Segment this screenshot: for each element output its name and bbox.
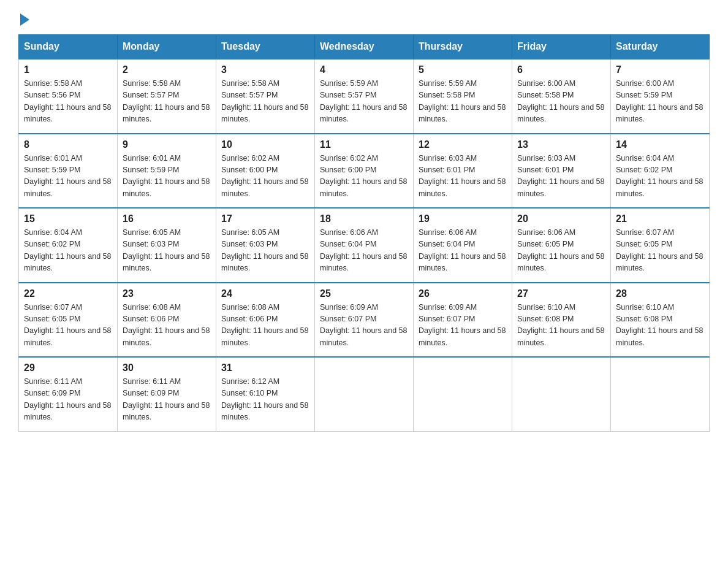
day-info: Sunrise: 5:58 AMSunset: 5:57 PMDaylight:… <box>123 78 211 126</box>
day-info: Sunrise: 6:12 AMSunset: 6:10 PMDaylight:… <box>221 376 309 424</box>
day-info: Sunrise: 6:03 AMSunset: 6:01 PMDaylight:… <box>517 153 605 201</box>
day-info: Sunrise: 6:08 AMSunset: 6:06 PMDaylight:… <box>221 302 309 350</box>
header-saturday: Saturday <box>611 35 710 59</box>
calendar-cell: 1Sunrise: 5:58 AMSunset: 5:56 PMDaylight… <box>19 59 118 134</box>
header-friday: Friday <box>512 35 611 59</box>
day-number: 11 <box>320 139 408 150</box>
day-number: 19 <box>419 213 507 224</box>
calendar-cell <box>414 357 512 431</box>
day-info: Sunrise: 6:02 AMSunset: 6:00 PMDaylight:… <box>221 153 309 201</box>
day-number: 27 <box>517 288 605 299</box>
day-number: 7 <box>616 64 704 75</box>
calendar-cell: 14Sunrise: 6:04 AMSunset: 6:02 PMDayligh… <box>611 134 710 209</box>
calendar-cell: 24Sunrise: 6:08 AMSunset: 6:06 PMDayligh… <box>216 283 315 358</box>
day-info: Sunrise: 6:01 AMSunset: 5:59 PMDaylight:… <box>123 153 211 201</box>
day-number: 8 <box>24 139 112 150</box>
day-info: Sunrise: 6:11 AMSunset: 6:09 PMDaylight:… <box>123 376 211 424</box>
day-info: Sunrise: 6:06 AMSunset: 6:05 PMDaylight:… <box>517 227 605 275</box>
calendar-cell: 19Sunrise: 6:06 AMSunset: 6:04 PMDayligh… <box>414 208 512 283</box>
calendar-cell: 21Sunrise: 6:07 AMSunset: 6:05 PMDayligh… <box>611 208 710 283</box>
calendar-cell <box>315 357 414 431</box>
day-info: Sunrise: 6:07 AMSunset: 6:05 PMDaylight:… <box>616 227 704 275</box>
calendar-cell: 20Sunrise: 6:06 AMSunset: 6:05 PMDayligh… <box>512 208 611 283</box>
page-header <box>18 12 710 23</box>
week-row-4: 22Sunrise: 6:07 AMSunset: 6:05 PMDayligh… <box>19 283 710 358</box>
calendar-header-row: SundayMondayTuesdayWednesdayThursdayFrid… <box>19 35 710 59</box>
day-info: Sunrise: 6:11 AMSunset: 6:09 PMDaylight:… <box>24 376 112 424</box>
calendar-cell: 26Sunrise: 6:09 AMSunset: 6:07 PMDayligh… <box>414 283 512 358</box>
day-number: 30 <box>123 362 211 373</box>
day-number: 23 <box>123 288 211 299</box>
day-info: Sunrise: 5:58 AMSunset: 5:57 PMDaylight:… <box>221 78 309 126</box>
calendar-cell: 8Sunrise: 6:01 AMSunset: 5:59 PMDaylight… <box>19 134 118 209</box>
day-info: Sunrise: 6:09 AMSunset: 6:07 PMDaylight:… <box>419 302 507 350</box>
day-info: Sunrise: 6:07 AMSunset: 6:05 PMDaylight:… <box>24 302 112 350</box>
day-number: 6 <box>517 64 605 75</box>
calendar-cell: 22Sunrise: 6:07 AMSunset: 6:05 PMDayligh… <box>19 283 118 358</box>
calendar-cell: 12Sunrise: 6:03 AMSunset: 6:01 PMDayligh… <box>414 134 512 209</box>
day-info: Sunrise: 5:59 AMSunset: 5:57 PMDaylight:… <box>320 78 408 126</box>
day-info: Sunrise: 6:02 AMSunset: 6:00 PMDaylight:… <box>320 153 408 201</box>
day-number: 13 <box>517 139 605 150</box>
calendar-cell: 17Sunrise: 6:05 AMSunset: 6:03 PMDayligh… <box>216 208 315 283</box>
day-number: 3 <box>221 64 309 75</box>
day-number: 18 <box>320 213 408 224</box>
day-number: 21 <box>616 213 704 224</box>
calendar-cell: 23Sunrise: 6:08 AMSunset: 6:06 PMDayligh… <box>118 283 216 358</box>
calendar-cell: 2Sunrise: 5:58 AMSunset: 5:57 PMDaylight… <box>118 59 216 134</box>
calendar-cell: 28Sunrise: 6:10 AMSunset: 6:08 PMDayligh… <box>611 283 710 358</box>
day-number: 17 <box>221 213 309 224</box>
header-tuesday: Tuesday <box>216 35 315 59</box>
calendar-cell: 3Sunrise: 5:58 AMSunset: 5:57 PMDaylight… <box>216 59 315 134</box>
day-info: Sunrise: 6:05 AMSunset: 6:03 PMDaylight:… <box>221 227 309 275</box>
day-number: 24 <box>221 288 309 299</box>
calendar-cell: 29Sunrise: 6:11 AMSunset: 6:09 PMDayligh… <box>19 357 118 431</box>
calendar-cell <box>512 357 611 431</box>
calendar-cell: 7Sunrise: 6:00 AMSunset: 5:59 PMDaylight… <box>611 59 710 134</box>
day-info: Sunrise: 6:06 AMSunset: 6:04 PMDaylight:… <box>320 227 408 275</box>
calendar-cell: 18Sunrise: 6:06 AMSunset: 6:04 PMDayligh… <box>315 208 414 283</box>
day-number: 15 <box>24 213 112 224</box>
day-number: 22 <box>24 288 112 299</box>
day-info: Sunrise: 5:58 AMSunset: 5:56 PMDaylight:… <box>24 78 112 126</box>
logo <box>18 12 29 23</box>
calendar-cell: 16Sunrise: 6:05 AMSunset: 6:03 PMDayligh… <box>118 208 216 283</box>
day-info: Sunrise: 6:04 AMSunset: 6:02 PMDaylight:… <box>24 227 112 275</box>
day-number: 26 <box>419 288 507 299</box>
logo-arrow-icon <box>20 13 29 26</box>
header-thursday: Thursday <box>414 35 512 59</box>
header-sunday: Sunday <box>19 35 118 59</box>
calendar-cell: 30Sunrise: 6:11 AMSunset: 6:09 PMDayligh… <box>118 357 216 431</box>
calendar-cell: 13Sunrise: 6:03 AMSunset: 6:01 PMDayligh… <box>512 134 611 209</box>
calendar-cell: 31Sunrise: 6:12 AMSunset: 6:10 PMDayligh… <box>216 357 315 431</box>
day-number: 25 <box>320 288 408 299</box>
day-number: 20 <box>517 213 605 224</box>
calendar-table: SundayMondayTuesdayWednesdayThursdayFrid… <box>18 34 710 432</box>
day-info: Sunrise: 6:10 AMSunset: 6:08 PMDaylight:… <box>517 302 605 350</box>
day-number: 9 <box>123 139 211 150</box>
calendar-cell: 4Sunrise: 5:59 AMSunset: 5:57 PMDaylight… <box>315 59 414 134</box>
day-number: 4 <box>320 64 408 75</box>
day-number: 1 <box>24 64 112 75</box>
day-info: Sunrise: 6:04 AMSunset: 6:02 PMDaylight:… <box>616 153 704 201</box>
calendar-cell: 10Sunrise: 6:02 AMSunset: 6:00 PMDayligh… <box>216 134 315 209</box>
day-number: 12 <box>419 139 507 150</box>
week-row-2: 8Sunrise: 6:01 AMSunset: 5:59 PMDaylight… <box>19 134 710 209</box>
day-info: Sunrise: 6:08 AMSunset: 6:06 PMDaylight:… <box>123 302 211 350</box>
day-info: Sunrise: 6:00 AMSunset: 5:58 PMDaylight:… <box>517 78 605 126</box>
week-row-1: 1Sunrise: 5:58 AMSunset: 5:56 PMDaylight… <box>19 59 710 134</box>
day-number: 16 <box>123 213 211 224</box>
day-number: 5 <box>419 64 507 75</box>
day-number: 10 <box>221 139 309 150</box>
day-info: Sunrise: 6:03 AMSunset: 6:01 PMDaylight:… <box>419 153 507 201</box>
calendar-cell: 25Sunrise: 6:09 AMSunset: 6:07 PMDayligh… <box>315 283 414 358</box>
day-number: 2 <box>123 64 211 75</box>
day-info: Sunrise: 6:09 AMSunset: 6:07 PMDaylight:… <box>320 302 408 350</box>
calendar-cell: 27Sunrise: 6:10 AMSunset: 6:08 PMDayligh… <box>512 283 611 358</box>
day-info: Sunrise: 6:00 AMSunset: 5:59 PMDaylight:… <box>616 78 704 126</box>
calendar-cell: 15Sunrise: 6:04 AMSunset: 6:02 PMDayligh… <box>19 208 118 283</box>
calendar-cell <box>611 357 710 431</box>
day-number: 31 <box>221 362 309 373</box>
header-wednesday: Wednesday <box>315 35 414 59</box>
header-monday: Monday <box>118 35 216 59</box>
